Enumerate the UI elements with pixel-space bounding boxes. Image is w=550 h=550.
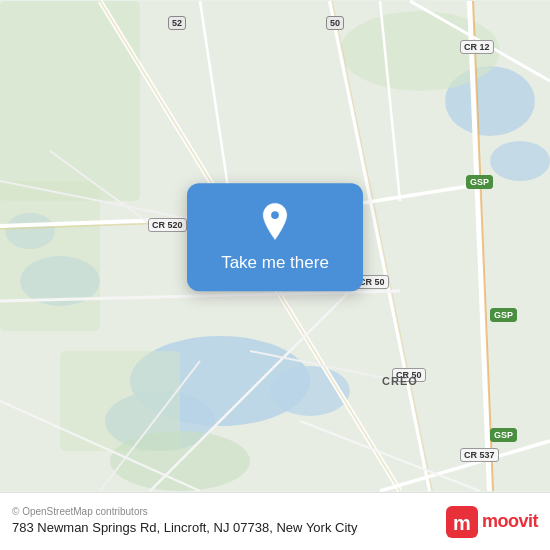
- moovit-text: moovit: [482, 511, 538, 532]
- rt52-label: 52: [168, 16, 186, 30]
- bottom-bar: © OpenStreetMap contributors 783 Newman …: [0, 492, 550, 550]
- action-label: Take me there: [221, 253, 329, 273]
- address-section: © OpenStreetMap contributors 783 Newman …: [12, 506, 434, 537]
- gsp-label-3: GSP: [490, 428, 517, 442]
- cr537-label: CR 537: [460, 448, 499, 462]
- gsp-label-2: GSP: [490, 308, 517, 322]
- osm-attribution: © OpenStreetMap contributors: [12, 506, 434, 517]
- cr12-label: CR 12: [460, 40, 494, 54]
- map-container: CR 520 CR 50 CR 50 CR 537 CR 12 GSP GSP …: [0, 0, 550, 492]
- creo-label: CREO: [382, 375, 418, 387]
- svg-point-5: [490, 141, 550, 181]
- rt50-label: 50: [326, 16, 344, 30]
- svg-point-34: [270, 210, 279, 219]
- gsp-label-1: GSP: [466, 175, 493, 189]
- app: CR 520 CR 50 CR 50 CR 537 CR 12 GSP GSP …: [0, 0, 550, 550]
- svg-rect-9: [0, 181, 100, 331]
- svg-text:m: m: [453, 512, 471, 534]
- location-pin-icon: [254, 201, 296, 243]
- action-card[interactable]: Take me there: [187, 183, 363, 291]
- address-text: 783 Newman Springs Rd, Lincroft, NJ 0773…: [12, 519, 434, 537]
- cr520-label: CR 520: [148, 218, 187, 232]
- moovit-icon: m: [446, 506, 478, 538]
- moovit-logo: m moovit: [446, 506, 538, 538]
